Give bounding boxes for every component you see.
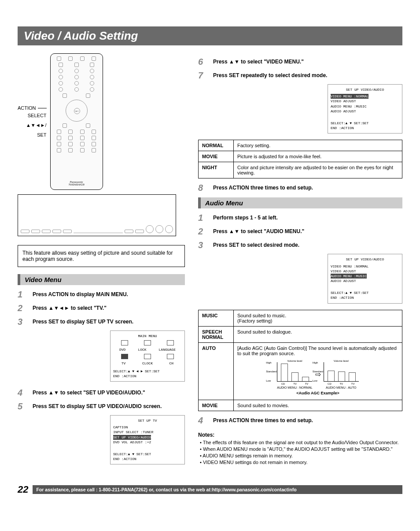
osd-main-menu: MAIN MENU DVDLOCKLANGUAGE TVCLOCKCH SELE… (110, 330, 185, 382)
video-modes-table: NORMALFactory setting. MOVIEPicture is a… (198, 140, 402, 178)
audio-step-1: 1Perform steps 1 - 5 at left. (198, 213, 402, 223)
callout-select-arrows: ▲▼◄►/ (26, 122, 47, 130)
video-menu-header: Video Menu (18, 274, 185, 285)
footer-assist-bar: For assistance, please call : 1-800-211-… (33, 485, 402, 494)
video-step-1: 1Press ACTION to display MAIN MENU. (18, 290, 185, 300)
audio-step-2: 2Press ▲▼ to select "AUDIO MENU." (198, 227, 402, 237)
notes-header: Notes: (198, 432, 402, 438)
page: Video / Audio Setting ACTION SELECT ▲▼◄►… (0, 0, 420, 509)
list-item: VIDEO MENU settings do not remain in mem… (198, 460, 402, 465)
page-title: Video / Audio Setting (18, 26, 402, 45)
audio-step-3: 3Press SET to select desired mode. (198, 240, 402, 250)
list-item: AUDIO MENU settings remain in memory. (198, 453, 402, 458)
osd-va2: SET UP VIDEO/AUDIO VIDEO MENU :NORMAL VI… (328, 254, 402, 303)
intro-box: This feature allows easy setting of pict… (18, 245, 185, 267)
table-row: NORMALFactory setting. (199, 140, 402, 151)
table-row: MOVIEPicture is adjusted for a movie-lik… (199, 151, 402, 162)
video-step-7: 7Press SET repeatedly to select desired … (198, 71, 402, 81)
callout-action: ACTION (18, 104, 36, 112)
video-step-5: 5Press SET to display SET UP VIDEO/AUDIO… (18, 401, 185, 412)
video-step-3: 3Press SET to display SET UP TV screen. (18, 317, 185, 327)
agc-graph-right-icon: High Standard Low (324, 362, 359, 382)
remote-area: ACTION SELECT ▲▼◄►/ SET SET (18, 53, 185, 190)
columns: ACTION SELECT ▲▼◄►/ SET SET (18, 53, 402, 471)
list-item: When AUDIO MENU mode is "AUTO," the AUDI… (198, 446, 402, 452)
video-step-8: 8Press ACTION three times to end setup. (198, 183, 402, 193)
video-step-2: 2Press ▲▼◄► to select "TV." (18, 303, 185, 313)
agc-graph-left-icon: High Standard Low (277, 362, 312, 382)
table-row: AUTO [Audio AGC (Auto Gain Control)] The… (199, 342, 402, 400)
table-row: SPEECH NORMALSound suited to dialogue. (199, 326, 402, 342)
device-front-illustration (18, 194, 176, 236)
table-row: MUSICSound suited to music.(Factory sett… (199, 310, 402, 326)
remote-model: TV/DVD/VCR (68, 183, 84, 186)
video-step-6: 6Press ▲▼ to select "VIDEO MENU." (198, 57, 402, 67)
audio-step-4: 4Press ACTION three times to end setup. (198, 416, 402, 426)
left-column: ACTION SELECT ▲▼◄►/ SET SET (18, 53, 185, 471)
osd-setup-tv: SET UP TV CAPTION INPUT SELECT :TUNER SE… (110, 415, 185, 464)
list-item: The effects of this feature on the signa… (198, 440, 402, 445)
notes-list: The effects of this feature on the signa… (198, 440, 402, 465)
video-step-4: 4Press ▲▼ to select "SET UP VIDEO/AUDIO.… (18, 388, 185, 398)
osd-va1: SET UP VIDEO/AUDIO VIDEO MENU :NORMAL VI… (328, 84, 402, 134)
callout-set: SET (37, 131, 46, 139)
footer: 22 For assistance, please call : 1-800-2… (18, 484, 402, 495)
remote-callouts: ACTION SELECT ▲▼◄►/ SET (18, 104, 47, 139)
callout-select: SELECT (28, 112, 47, 120)
table-row: MOVIESound suited to movies. (199, 400, 402, 411)
right-column: 6Press ▲▼ to select "VIDEO MENU." 7Press… (198, 53, 402, 471)
audio-modes-table: MUSICSound suited to music.(Factory sett… (198, 310, 402, 411)
remote-control-illustration: SET PanasonicTV/DVD/VCR (50, 53, 103, 190)
audio-menu-header: Audio Menu (198, 197, 402, 208)
dpad-icon: SET (66, 100, 88, 122)
agc-diagram: Volume level High Standard Low (237, 356, 398, 397)
table-row: NIGHTColor and picture intensity are adj… (199, 162, 402, 178)
page-number: 22 (18, 484, 28, 495)
